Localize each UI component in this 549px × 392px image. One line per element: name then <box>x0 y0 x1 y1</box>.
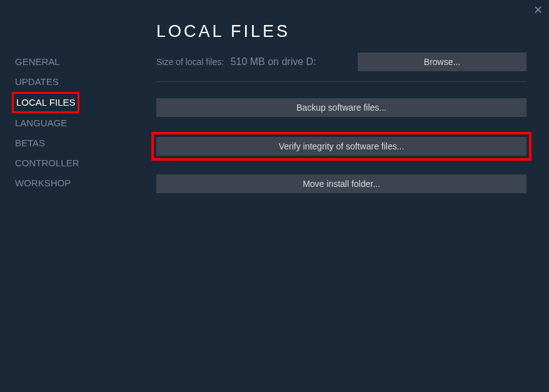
verify-button[interactable]: Verify integrity of software files... <box>156 137 526 156</box>
sidebar-item-workshop[interactable]: WORKSHOP <box>15 173 71 193</box>
move-folder-button[interactable]: Move install folder... <box>156 174 526 193</box>
size-value: 510 MB on drive D: <box>231 56 316 67</box>
close-button[interactable]: ✕ <box>531 4 544 16</box>
divider <box>156 81 526 82</box>
close-icon: ✕ <box>533 3 543 17</box>
sidebar-item-local-files[interactable]: LOCAL FILES <box>16 95 75 110</box>
browse-button[interactable]: Browse... <box>358 53 526 71</box>
sidebar-item-language[interactable]: LANGUAGE <box>15 113 67 133</box>
sidebar-item-controller[interactable]: CONTROLLER <box>15 153 79 173</box>
sidebar: GENERAL UPDATES LOCAL FILES LANGUAGE BET… <box>0 0 156 392</box>
sidebar-item-general[interactable]: GENERAL <box>15 52 60 72</box>
sidebar-item-highlight: LOCAL FILES <box>12 92 79 113</box>
sidebar-item-updates[interactable]: UPDATES <box>15 72 59 92</box>
size-info-text: Size of local files: 510 MB on drive D: <box>156 56 316 68</box>
verify-button-highlight: Verify integrity of software files... <box>151 132 531 161</box>
size-info-row: Size of local files: 510 MB on drive D: … <box>156 53 526 71</box>
window-container: GENERAL UPDATES LOCAL FILES LANGUAGE BET… <box>0 0 549 392</box>
size-label: Size of local files: <box>156 57 224 67</box>
sidebar-item-betas[interactable]: BETAS <box>15 133 45 153</box>
main-panel: LOCAL FILES Size of local files: 510 MB … <box>156 0 549 392</box>
page-title: LOCAL FILES <box>156 22 526 41</box>
backup-button[interactable]: Backup software files... <box>156 98 526 117</box>
